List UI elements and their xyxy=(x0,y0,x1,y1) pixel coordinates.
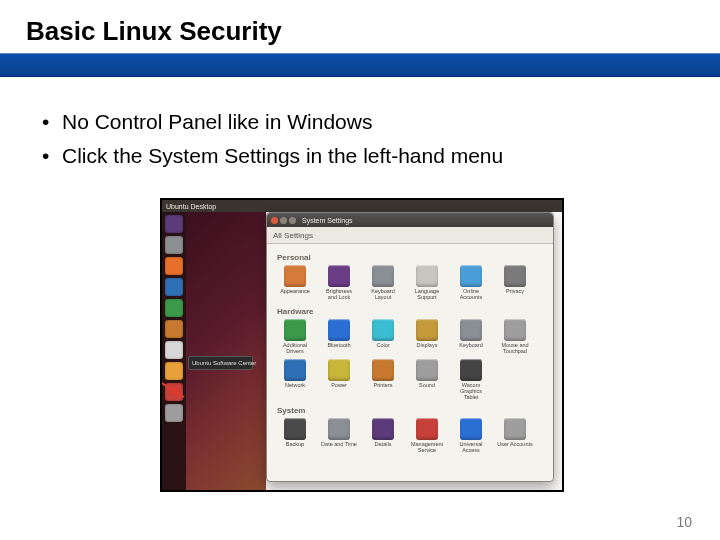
settings-item-icon xyxy=(416,319,438,341)
settings-item-label: Bluetooth xyxy=(327,343,350,355)
close-icon[interactable] xyxy=(271,217,278,224)
bullet-item: • No Control Panel like in Windows xyxy=(42,110,503,134)
settings-item[interactable]: Network xyxy=(277,359,313,400)
settings-item[interactable]: Date and Time xyxy=(321,418,357,454)
settings-item-icon xyxy=(328,319,350,341)
settings-item-label: Privacy xyxy=(506,289,524,301)
settings-item-label: Appearance xyxy=(280,289,310,301)
launcher-amazon-icon[interactable] xyxy=(165,362,183,380)
launcher-writer-icon[interactable] xyxy=(165,278,183,296)
window-toolbar: All Settings xyxy=(267,227,553,244)
settings-item[interactable]: Wacom Graphics Tablet xyxy=(453,359,489,400)
settings-item-label: Printers xyxy=(374,383,393,395)
settings-item-icon xyxy=(328,418,350,440)
desktop-wallpaper xyxy=(186,212,266,490)
blue-accent-band xyxy=(0,53,720,77)
slide-title: Basic Linux Security xyxy=(0,12,720,53)
section-heading: Hardware xyxy=(277,307,543,316)
settings-item-icon xyxy=(284,265,306,287)
settings-item-icon xyxy=(460,418,482,440)
window-body: PersonalAppearanceBrightness and LockKey… xyxy=(267,243,553,481)
bullet-text: No Control Panel like in Windows xyxy=(58,110,372,134)
bullet-item: • Click the System Settings in the left-… xyxy=(42,144,503,168)
launcher-software-icon[interactable] xyxy=(165,341,183,359)
settings-item[interactable]: Universal Access xyxy=(453,418,489,454)
settings-item-icon xyxy=(416,418,438,440)
settings-item[interactable]: Additional Drivers xyxy=(277,319,313,355)
launcher-firefox-icon[interactable] xyxy=(165,257,183,275)
settings-item-icon xyxy=(460,319,482,341)
title-bar: Basic Linux Security xyxy=(0,12,720,77)
settings-item-label: Online Accounts xyxy=(453,289,489,301)
desktop-top-label: Ubuntu Desktop xyxy=(166,203,558,210)
settings-item-label: Keyboard xyxy=(459,343,483,355)
settings-item[interactable]: Mouse and Touchpad xyxy=(497,319,533,355)
settings-item-label: Backup xyxy=(286,442,304,454)
settings-item-icon xyxy=(416,265,438,287)
settings-item[interactable]: Online Accounts xyxy=(453,265,489,301)
settings-item-icon xyxy=(416,359,438,381)
settings-item-label: Language Support xyxy=(409,289,445,301)
settings-item[interactable]: Details xyxy=(365,418,401,454)
settings-item-icon xyxy=(460,359,482,381)
page-number: 10 xyxy=(676,514,692,530)
section-heading: System xyxy=(277,406,543,415)
bullet-dot: • xyxy=(42,144,58,168)
settings-item-label: Keyboard Layout xyxy=(365,289,401,301)
settings-item[interactable]: Printers xyxy=(365,359,401,400)
launcher-tooltip: Ubuntu Software Center xyxy=(188,356,253,370)
settings-grid: AppearanceBrightness and LockKeyboard La… xyxy=(277,265,543,301)
settings-item[interactable]: Appearance xyxy=(277,265,313,301)
settings-item-label: Universal Access xyxy=(453,442,489,454)
settings-item[interactable]: Sound xyxy=(409,359,445,400)
settings-item-label: Color xyxy=(376,343,389,355)
settings-item[interactable]: Displays xyxy=(409,319,445,355)
launcher-impress-icon[interactable] xyxy=(165,320,183,338)
settings-item-icon xyxy=(504,319,526,341)
system-settings-window: System Settings All Settings PersonalApp… xyxy=(266,212,554,482)
settings-item[interactable]: User Accounts xyxy=(497,418,533,454)
settings-item[interactable]: Bluetooth xyxy=(321,319,357,355)
settings-item-label: Details xyxy=(375,442,392,454)
settings-item[interactable]: Management Service xyxy=(409,418,445,454)
settings-item-icon xyxy=(284,319,306,341)
settings-item-label: Network xyxy=(285,383,305,395)
launcher-trash-icon[interactable] xyxy=(165,404,183,422)
maximize-icon[interactable] xyxy=(289,217,296,224)
launcher-files-icon[interactable] xyxy=(165,236,183,254)
settings-item-label: Date and Time xyxy=(321,442,357,454)
settings-item-icon xyxy=(284,418,306,440)
settings-item-label: Wacom Graphics Tablet xyxy=(453,383,489,400)
breadcrumb[interactable]: All Settings xyxy=(273,231,313,240)
bullet-dot: • xyxy=(42,110,58,134)
settings-item-label: Brightness and Lock xyxy=(321,289,357,301)
settings-item-icon xyxy=(504,265,526,287)
settings-item-icon xyxy=(372,319,394,341)
settings-grid: Additional DriversBluetoothColorDisplays… xyxy=(277,319,543,400)
settings-item-label: Additional Drivers xyxy=(277,343,313,355)
settings-item[interactable]: Backup xyxy=(277,418,313,454)
settings-item[interactable]: Color xyxy=(365,319,401,355)
settings-item-icon xyxy=(372,359,394,381)
section-heading: Personal xyxy=(277,253,543,262)
settings-item[interactable]: Brightness and Lock xyxy=(321,265,357,301)
settings-item-label: Displays xyxy=(417,343,438,355)
launcher-calc-icon[interactable] xyxy=(165,299,183,317)
settings-item-icon xyxy=(372,265,394,287)
settings-item[interactable]: Language Support xyxy=(409,265,445,301)
settings-item-icon xyxy=(284,359,306,381)
settings-item-icon xyxy=(328,265,350,287)
minimize-icon[interactable] xyxy=(280,217,287,224)
bullet-text: Click the System Settings in the left-ha… xyxy=(58,144,503,168)
bullet-list: • No Control Panel like in Windows • Cli… xyxy=(42,110,503,178)
ubuntu-screenshot: Ubuntu Desktop Ubuntu Software Center Sy… xyxy=(160,198,564,492)
settings-item[interactable]: Power xyxy=(321,359,357,400)
settings-item-label: Sound xyxy=(419,383,435,395)
settings-item[interactable]: Keyboard Layout xyxy=(365,265,401,301)
settings-item[interactable]: Keyboard xyxy=(453,319,489,355)
slide: Basic Linux Security • No Control Panel … xyxy=(0,0,720,540)
launcher-dash-icon[interactable] xyxy=(165,215,183,233)
settings-item[interactable]: Privacy xyxy=(497,265,533,301)
settings-item-label: Mouse and Touchpad xyxy=(497,343,533,355)
settings-item-icon xyxy=(504,418,526,440)
